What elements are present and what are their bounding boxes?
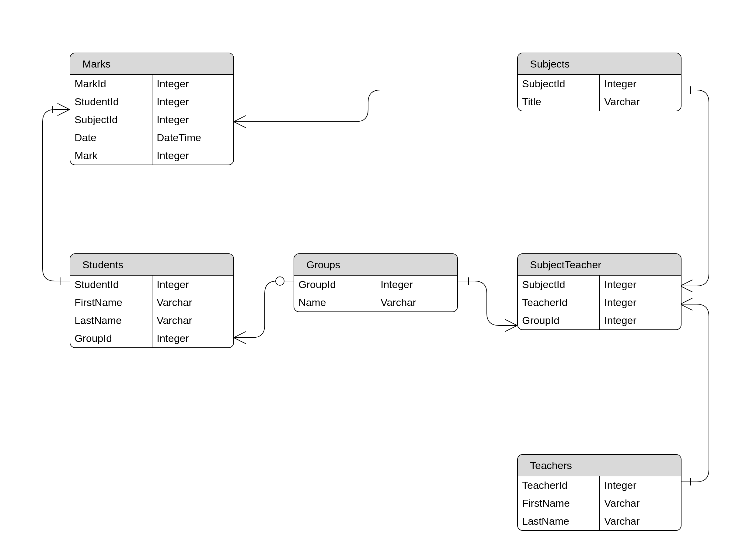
- field-type: DateTime: [152, 129, 233, 147]
- field-name: LastName: [70, 311, 152, 329]
- field-name: SubjectId: [70, 111, 152, 129]
- field-name: Name: [294, 294, 376, 311]
- entity-students[interactable]: StudentsStudentIdFirstNameLastNameGroupI…: [70, 253, 234, 348]
- erd-canvas: MarksMarkIdStudentIdSubjectIdDateMarkInt…: [0, 0, 732, 560]
- entity-subjects[interactable]: SubjectsSubjectIdTitleIntegerVarchar: [517, 53, 681, 111]
- field-type: Integer: [600, 311, 681, 329]
- field-name: GroupId: [294, 276, 376, 294]
- field-name: TeacherId: [518, 294, 599, 311]
- field-type: Integer: [152, 276, 233, 294]
- field-name: FirstName: [70, 294, 152, 311]
- entity-title: Groups: [294, 254, 457, 276]
- field-name: SubjectId: [518, 276, 599, 294]
- field-name: GroupId: [70, 329, 152, 347]
- field-name: Date: [70, 129, 152, 147]
- field-type: Integer: [152, 75, 233, 93]
- field-type: Varchar: [600, 93, 681, 111]
- entity-groups[interactable]: GroupsGroupIdNameIntegerVarchar: [294, 253, 458, 312]
- field-name: GroupId: [518, 311, 599, 329]
- field-type: Varchar: [600, 512, 681, 530]
- field-name: TeacherId: [518, 476, 599, 494]
- field-type: Varchar: [376, 294, 457, 311]
- field-type: Integer: [600, 75, 681, 93]
- field-type: Integer: [376, 276, 457, 294]
- entity-title: Marks: [70, 53, 233, 75]
- field-type: Integer: [152, 147, 233, 165]
- entity-marks[interactable]: MarksMarkIdStudentIdSubjectIdDateMarkInt…: [70, 53, 234, 165]
- field-name: StudentId: [70, 276, 152, 294]
- field-name: Mark: [70, 147, 152, 165]
- field-type: Varchar: [600, 494, 681, 512]
- field-type: Integer: [600, 276, 681, 294]
- svg-point-0: [276, 277, 284, 285]
- field-name: StudentId: [70, 93, 152, 111]
- field-name: LastName: [518, 512, 599, 530]
- entity-teachers[interactable]: TeachersTeacherIdFirstNameLastNameIntege…: [517, 454, 681, 531]
- field-type: Integer: [152, 111, 233, 129]
- field-name: Title: [518, 93, 599, 111]
- field-type: Integer: [152, 329, 233, 347]
- entity-title: Subjects: [518, 53, 681, 75]
- field-name: MarkId: [70, 75, 152, 93]
- entity-title: SubjectTeacher: [518, 254, 681, 276]
- field-type: Integer: [600, 294, 681, 311]
- field-name: FirstName: [518, 494, 599, 512]
- field-type: Varchar: [152, 294, 233, 311]
- field-name: SubjectId: [518, 75, 599, 93]
- entity-title: Students: [70, 254, 233, 276]
- entity-subjectteacher[interactable]: SubjectTeacherSubjectIdTeacherIdGroupIdI…: [517, 253, 681, 330]
- field-type: Integer: [152, 93, 233, 111]
- field-type: Integer: [600, 476, 681, 494]
- entity-title: Teachers: [518, 455, 681, 476]
- field-type: Varchar: [152, 311, 233, 329]
